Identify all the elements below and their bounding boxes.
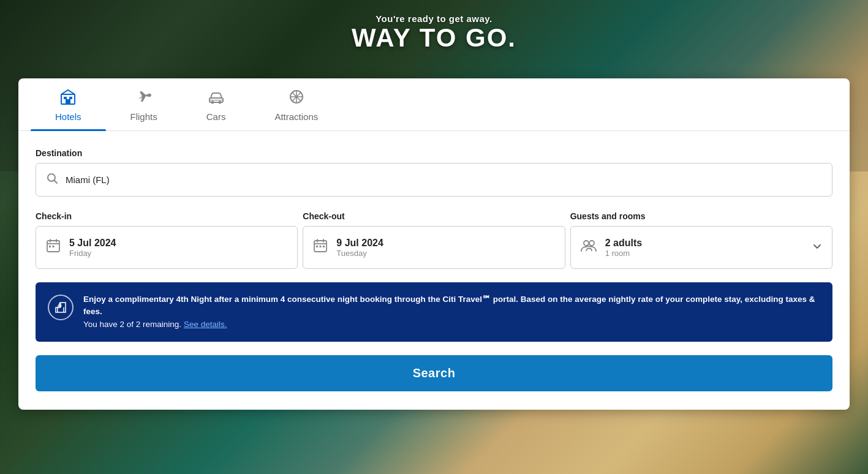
svg-rect-29	[320, 246, 322, 247]
svg-rect-30	[323, 246, 325, 247]
checkout-input[interactable]: 9 Jul 2024 Tuesday	[303, 226, 565, 269]
checkout-section: Check-out 9 Jul	[303, 211, 565, 269]
hero-subtitle: You're ready to get away.	[0, 13, 868, 24]
hero-section: You're ready to get away. WAY TO GO.	[0, 0, 868, 52]
svg-point-15	[295, 96, 298, 98]
tab-cars[interactable]: Cars	[182, 78, 251, 130]
svg-line-17	[55, 181, 58, 184]
tab-bar: Hotels Flights Cars	[18, 78, 850, 131]
guests-icon	[581, 238, 597, 257]
promo-see-details-link[interactable]: See details.	[184, 320, 227, 329]
tab-attractions[interactable]: Attractions	[250, 78, 342, 130]
date-guests-row: Check-in 5 Jul 2024	[36, 211, 832, 269]
destination-input[interactable]: Miami (FL)	[36, 163, 832, 197]
svg-rect-1	[64, 97, 67, 99]
checkin-date-info: 5 Jul 2024 Friday	[69, 237, 116, 258]
guests-label: Guests and rooms	[570, 211, 832, 221]
svg-rect-7	[209, 100, 223, 100]
checkin-section: Check-in 5 Jul 2024	[36, 211, 298, 269]
svg-rect-3	[66, 99, 70, 104]
svg-point-31	[584, 241, 589, 246]
checkin-input[interactable]: 5 Jul 2024 Friday	[36, 226, 298, 269]
rooms-count: 1 room	[605, 249, 642, 258]
guests-info-left: 2 adults 1 room	[581, 237, 642, 258]
hero-title: WAY TO GO.	[0, 24, 868, 52]
checkin-date: 5 Jul 2024	[69, 237, 116, 249]
hotel-icon	[59, 88, 77, 108]
checkout-date: 9 Jul 2024	[336, 237, 383, 249]
guests-input[interactable]: 2 adults 1 room	[570, 226, 832, 269]
svg-point-6	[218, 101, 221, 104]
tab-attractions-label: Attractions	[274, 111, 318, 122]
search-form: Destination Miami (FL) Check-in	[18, 131, 850, 269]
checkin-calendar-icon	[46, 238, 61, 257]
guests-count: 2 adults	[605, 237, 642, 249]
tab-flights[interactable]: Flights	[106, 78, 182, 130]
guests-value-wrap: 2 adults 1 room	[605, 237, 642, 258]
guests-chevron-icon	[812, 241, 822, 254]
checkout-label: Check-out	[303, 211, 565, 221]
promo-remaining: You have 2 of 2 remaining.	[83, 320, 181, 329]
svg-rect-2	[69, 97, 72, 99]
guests-section: Guests and rooms	[570, 211, 832, 269]
destination-label: Destination	[36, 148, 832, 158]
attractions-icon	[288, 88, 305, 108]
flight-icon	[135, 88, 153, 108]
promo-icon	[48, 295, 74, 320]
svg-point-32	[589, 241, 594, 246]
destination-value: Miami (FL)	[66, 175, 110, 185]
svg-point-5	[211, 101, 214, 104]
checkin-label: Check-in	[36, 211, 298, 221]
svg-rect-23	[53, 246, 55, 247]
promo-main-text: Enjoy a complimentary 4th Night after a …	[83, 295, 815, 316]
tab-hotels-label: Hotels	[55, 111, 81, 122]
car-icon	[208, 88, 225, 108]
svg-rect-28	[316, 246, 318, 247]
checkout-day: Tuesday	[336, 249, 383, 258]
search-button[interactable]: Search	[36, 355, 832, 391]
checkout-date-info: 9 Jul 2024 Tuesday	[336, 237, 383, 258]
svg-rect-22	[49, 246, 51, 247]
checkout-calendar-icon	[313, 238, 328, 257]
search-button-wrap: Search	[18, 355, 850, 391]
promo-banner: Enjoy a complimentary 4th Night after a …	[36, 282, 832, 342]
tab-hotels[interactable]: Hotels	[31, 78, 106, 130]
main-card: Hotels Flights Cars	[18, 78, 850, 410]
checkin-day: Friday	[69, 249, 116, 258]
tab-flights-label: Flights	[130, 111, 157, 122]
search-icon	[46, 172, 58, 187]
promo-text-block: Enjoy a complimentary 4th Night after a …	[83, 293, 820, 331]
tab-cars-label: Cars	[206, 111, 226, 122]
